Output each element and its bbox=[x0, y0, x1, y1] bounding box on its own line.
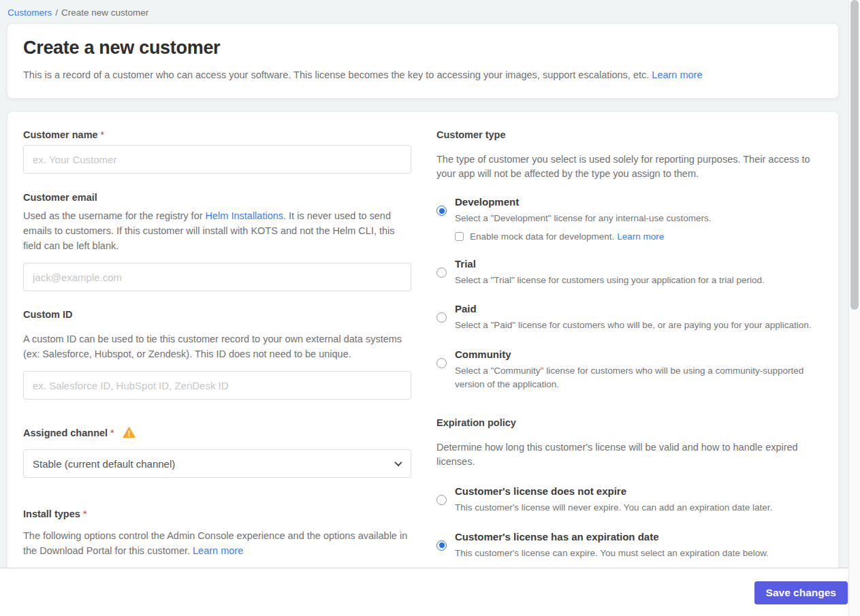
radio-option-community-title: Community bbox=[455, 348, 826, 361]
customer-name-label: Customer name* bbox=[23, 129, 411, 141]
customer-email-description: Used as the username for the registry fo… bbox=[23, 208, 411, 253]
form-footer-bar: Save changes bbox=[0, 568, 860, 616]
radio-option-development-title: Development bbox=[455, 195, 712, 208]
mock-data-checkbox-row[interactable]: Enable mock data for development. Learn … bbox=[455, 231, 712, 242]
page-subtitle: This is a record of a customer who can a… bbox=[23, 68, 823, 82]
save-changes-button[interactable]: Save changes bbox=[754, 581, 848, 604]
install-types-label-text: Install types bbox=[23, 508, 80, 519]
radio-option-license-does-not-expire-desc: This customer's license will never expir… bbox=[455, 501, 772, 515]
radio-icon-development[interactable] bbox=[436, 206, 447, 216]
radio-option-paid-title: Paid bbox=[455, 302, 812, 315]
radio-option-license-has-expiration-desc: This customer's license can expire. You … bbox=[455, 547, 769, 560]
radio-option-trial-title: Trial bbox=[455, 257, 765, 270]
create-customer-form-card: Customer name* Customer email Used as th… bbox=[7, 111, 839, 582]
radio-option-paid-body: Paid Select a "Paid" license for custome… bbox=[455, 302, 812, 332]
radio-option-community-desc: Select a "Community" license for custome… bbox=[455, 364, 826, 391]
radio-option-development[interactable]: Development Select a "Development" licen… bbox=[436, 195, 826, 242]
radio-option-license-has-expiration[interactable]: Customer's license has an expiration dat… bbox=[436, 530, 826, 560]
breadcrumb-customers-link[interactable]: Customers bbox=[7, 7, 52, 18]
radio-option-development-desc: Select a "Development" license for any i… bbox=[455, 212, 712, 225]
expiration-policy-label: Expiration policy bbox=[436, 417, 826, 429]
assigned-channel-label-text: Assigned channel bbox=[23, 427, 108, 438]
customer-email-input[interactable] bbox=[23, 263, 411, 291]
custom-id-input[interactable] bbox=[23, 371, 411, 400]
radio-option-trial-desc: Select a "Trial" license for customers u… bbox=[455, 274, 765, 287]
required-asterisk: * bbox=[83, 508, 87, 519]
customer-email-label: Customer email bbox=[23, 191, 411, 204]
install-types-learn-more-link[interactable]: Learn more bbox=[193, 545, 243, 556]
radio-option-paid[interactable]: Paid Select a "Paid" license for custome… bbox=[436, 302, 826, 332]
install-types-description: The following options control the Admin … bbox=[23, 528, 411, 558]
vertical-scrollbar-track[interactable] bbox=[848, 0, 860, 616]
radio-option-community-body: Community Select a "Community" license f… bbox=[455, 348, 826, 391]
radio-option-license-does-not-expire[interactable]: Customer's license does not expire This … bbox=[436, 485, 826, 515]
custom-id-description: A custom ID can be used to tie this cust… bbox=[23, 331, 411, 361]
page-title: Create a new customer bbox=[23, 37, 823, 59]
radio-icon-license-has-expiration[interactable] bbox=[436, 540, 447, 551]
customer-email-desc-before: Used as the username for the registry fo… bbox=[23, 210, 206, 221]
breadcrumb-current: Create new customer bbox=[61, 7, 148, 18]
page-header-card: Create a new customer This is a record o… bbox=[7, 23, 839, 99]
mock-data-checkbox-label: Enable mock data for development. Learn … bbox=[470, 231, 664, 242]
radio-option-development-body: Development Select a "Development" licen… bbox=[455, 195, 712, 242]
customer-name-label-text: Customer name bbox=[23, 129, 98, 140]
customer-name-input[interactable] bbox=[23, 145, 411, 174]
radio-icon-paid[interactable] bbox=[436, 312, 447, 323]
form-left-column: Customer name* Customer email Used as th… bbox=[23, 129, 411, 558]
form-right-column: Customer type The type of customer you s… bbox=[436, 129, 826, 560]
radio-icon-trial[interactable] bbox=[436, 268, 447, 278]
header-learn-more-link[interactable]: Learn more bbox=[652, 69, 702, 80]
customer-type-label: Customer type bbox=[436, 129, 826, 141]
radio-option-license-has-expiration-body: Customer's license has an expiration dat… bbox=[455, 530, 769, 560]
required-asterisk: * bbox=[110, 427, 114, 438]
radio-option-license-does-not-expire-title: Customer's license does not expire bbox=[455, 485, 772, 498]
assigned-channel-select-wrapper: Stable (current default channel) bbox=[23, 449, 411, 478]
mock-data-learn-more-link[interactable]: Learn more bbox=[617, 231, 664, 242]
required-asterisk: * bbox=[101, 129, 105, 140]
radio-option-license-does-not-expire-body: Customer's license does not expire This … bbox=[455, 485, 772, 515]
radio-option-license-has-expiration-title: Customer's license has an expiration dat… bbox=[455, 530, 769, 543]
mock-data-checkbox[interactable] bbox=[455, 232, 464, 241]
radio-option-paid-desc: Select a "Paid" license for customers wh… bbox=[455, 319, 812, 332]
breadcrumb-separator: / bbox=[55, 7, 58, 18]
vertical-scrollbar-thumb[interactable] bbox=[850, 0, 859, 310]
radio-option-community[interactable]: Community Select a "Community" license f… bbox=[436, 348, 826, 391]
radio-icon-license-does-not-expire[interactable] bbox=[436, 495, 447, 505]
radio-option-trial-body: Trial Select a "Trial" license for custo… bbox=[455, 257, 765, 287]
radio-icon-community[interactable] bbox=[436, 358, 447, 368]
breadcrumb: Customers/Create new customer bbox=[0, 0, 860, 18]
assigned-channel-label: Assigned channel* bbox=[23, 427, 411, 439]
expiration-policy-description: Determine how long this customer's licen… bbox=[436, 440, 826, 469]
custom-id-label: Custom ID bbox=[23, 308, 411, 321]
install-types-label: Install types* bbox=[23, 508, 411, 520]
assigned-channel-select[interactable]: Stable (current default channel) bbox=[23, 449, 411, 478]
page-subtitle-text: This is a record of a customer who can a… bbox=[23, 69, 649, 80]
radio-option-trial[interactable]: Trial Select a "Trial" license for custo… bbox=[436, 257, 826, 287]
warning-triangle-icon bbox=[123, 427, 136, 438]
mock-data-checkbox-label-text: Enable mock data for development. bbox=[470, 231, 614, 242]
customer-type-description: The type of customer you select is used … bbox=[436, 152, 826, 181]
helm-installations-link[interactable]: Helm Installations bbox=[206, 210, 283, 221]
